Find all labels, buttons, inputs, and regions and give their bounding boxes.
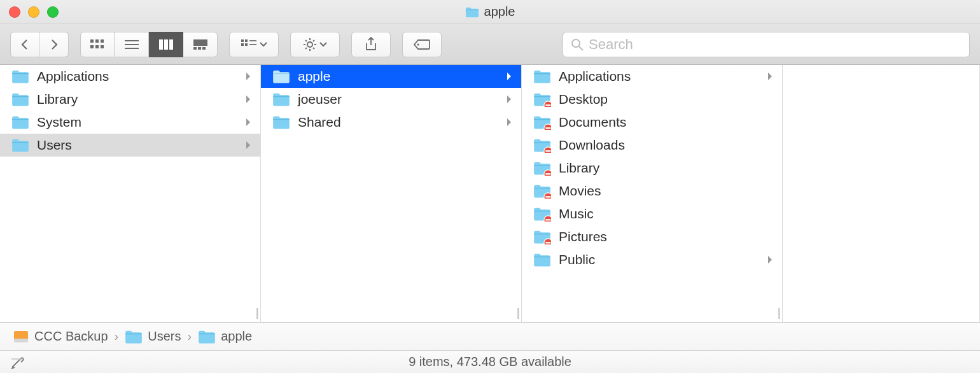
list-item[interactable]: Downloads (522, 134, 782, 157)
folder-icon (125, 329, 143, 344)
list-item[interactable]: Library (0, 88, 260, 111)
share-icon (365, 37, 377, 52)
folder-icon (533, 115, 551, 130)
svg-rect-24 (245, 43, 248, 46)
chevron-right-icon (506, 72, 512, 81)
gallery-view-button[interactable] (183, 32, 218, 57)
column-resize-handle[interactable]: || (778, 306, 778, 320)
list-item[interactable]: Users (0, 134, 260, 157)
folder-icon (533, 206, 551, 222)
path-bar: CCC Backup›Users›apple (0, 322, 980, 350)
disclosure-arrow (767, 72, 773, 81)
zoom-window-button[interactable] (47, 6, 59, 18)
item-label: Library (37, 92, 78, 107)
chevron-down-icon (260, 42, 267, 47)
tag-icon (413, 38, 431, 51)
svg-rect-17 (193, 39, 207, 46)
folder-icon (533, 229, 551, 244)
window-title-text: apple (484, 4, 515, 19)
status-text: 9 items, 473.48 GB available (409, 355, 571, 369)
svg-rect-8 (90, 45, 94, 48)
window-title: apple (465, 4, 515, 19)
action-button[interactable] (290, 32, 340, 57)
list-item[interactable]: Applications (522, 65, 782, 88)
path-segment[interactable]: apple (198, 329, 252, 344)
chevron-right-icon (506, 118, 512, 127)
list-item[interactable]: Shared (261, 111, 521, 134)
icon-view-button[interactable] (80, 32, 115, 57)
svg-rect-16 (169, 39, 173, 50)
folder-icon (11, 69, 29, 84)
svg-point-37 (572, 39, 580, 47)
arrange-button[interactable] (229, 32, 279, 57)
column-browser: ApplicationsLibrarySystemUsers|| applejo… (0, 65, 980, 322)
columns-icon (158, 39, 174, 50)
column-resize-handle[interactable]: || (256, 306, 256, 320)
column-resize-handle[interactable]: || (517, 306, 517, 320)
list-item[interactable]: Pictures (522, 225, 782, 248)
list-item[interactable]: Applications (0, 65, 260, 88)
item-label: Movies (559, 183, 601, 199)
chevron-down-icon (319, 42, 327, 47)
folder-icon (533, 137, 551, 153)
list-item[interactable]: System (0, 111, 260, 134)
item-label: Pictures (559, 229, 607, 244)
customize-toolbar-icon[interactable] (10, 355, 24, 369)
folder-icon (198, 329, 216, 344)
minimize-window-button[interactable] (28, 6, 39, 18)
item-label: Desktop (559, 92, 608, 107)
list-item[interactable]: Music (522, 202, 782, 225)
list-view-button[interactable] (115, 32, 149, 57)
item-label: Applications (37, 69, 109, 84)
column-3[interactable]: ApplicationsDesktopDocumentsDownloadsLib… (522, 65, 783, 322)
tags-button[interactable] (402, 32, 442, 57)
list-item[interactable]: Documents (522, 111, 782, 134)
svg-line-32 (305, 40, 307, 41)
svg-rect-18 (193, 47, 197, 50)
item-label: Shared (298, 115, 341, 130)
list-item[interactable]: Library (522, 157, 782, 179)
column-preview (783, 65, 980, 322)
search-field[interactable] (563, 32, 970, 57)
item-label: Public (559, 252, 595, 267)
disk-icon (13, 330, 29, 344)
window-controls (9, 6, 59, 18)
list-item[interactable]: joeuser (261, 88, 521, 111)
forward-button[interactable] (39, 32, 69, 57)
svg-rect-22 (245, 39, 248, 42)
path-segment[interactable]: CCC Backup (13, 329, 108, 344)
folder-icon (533, 160, 551, 176)
folder-icon (11, 137, 29, 153)
chevron-right-icon (245, 118, 251, 127)
column-2[interactable]: applejoeuserShared|| (261, 65, 522, 322)
list-item[interactable]: Desktop (522, 88, 782, 111)
column-view-button[interactable] (149, 32, 183, 57)
disclosure-arrow (506, 118, 512, 127)
list-item[interactable]: Movies (522, 179, 782, 202)
folder-icon (465, 6, 479, 18)
item-label: Users (37, 137, 72, 153)
svg-rect-14 (159, 39, 163, 50)
path-segment-label: Users (148, 329, 181, 344)
search-input[interactable] (589, 36, 962, 53)
svg-line-33 (313, 48, 314, 49)
disclosure-arrow (245, 72, 251, 81)
share-button[interactable] (351, 32, 391, 57)
svg-line-35 (313, 40, 314, 41)
chevron-right-icon (767, 255, 773, 264)
svg-line-38 (579, 46, 583, 50)
close-window-button[interactable] (9, 6, 20, 18)
back-button[interactable] (10, 32, 39, 57)
column-1[interactable]: ApplicationsLibrarySystemUsers|| (0, 65, 261, 322)
svg-point-27 (307, 42, 312, 47)
item-label: Music (559, 206, 594, 222)
chevron-right-icon (245, 141, 251, 150)
svg-rect-6 (95, 39, 99, 43)
disclosure-arrow (245, 118, 251, 127)
chevron-right-icon (767, 72, 773, 81)
list-item[interactable]: apple (261, 65, 521, 88)
path-segment-label: apple (221, 329, 252, 344)
list-item[interactable]: Public (522, 248, 782, 271)
path-segment[interactable]: Users (125, 329, 181, 344)
folder-icon (272, 69, 290, 84)
